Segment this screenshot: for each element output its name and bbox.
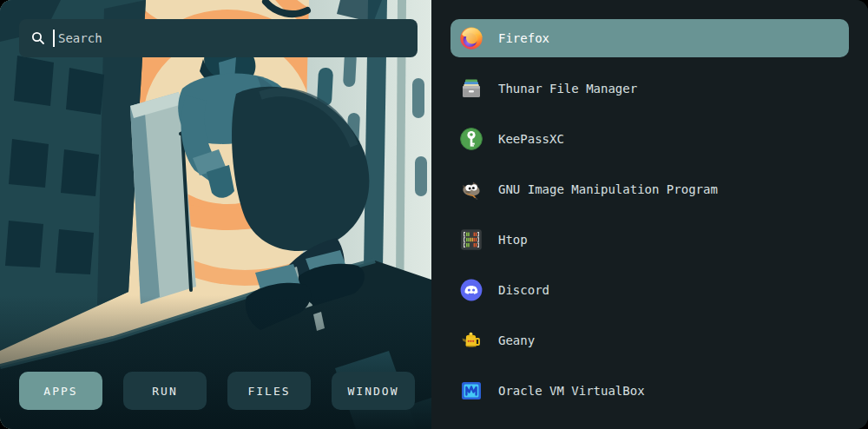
htop-icon xyxy=(459,228,483,252)
firefox-icon xyxy=(459,26,483,50)
app-row-virtualbox[interactable]: Oracle VM VirtualBox xyxy=(450,372,849,410)
tab-window[interactable]: WINDOW xyxy=(332,372,415,410)
search-placeholder: Search xyxy=(58,31,102,45)
text-caret xyxy=(53,30,55,47)
app-row-thunar[interactable]: Thunar File Manager xyxy=(450,69,849,108)
geany-icon xyxy=(459,328,483,353)
app-label: Geany xyxy=(498,333,535,347)
app-row-gimp[interactable]: GNU Image Manipulation Program xyxy=(450,170,849,208)
wallpaper-panel: Search APPS RUN FILES WINDOW xyxy=(0,0,431,429)
discord-icon xyxy=(459,278,483,302)
tab-files[interactable]: FILES xyxy=(227,372,311,410)
tab-run[interactable]: RUN xyxy=(123,372,207,410)
category-tabs: APPS RUN FILES WINDOW xyxy=(19,372,415,410)
app-label: Discord xyxy=(498,283,549,297)
app-label: Htop xyxy=(498,233,528,247)
app-row-htop[interactable]: Htop xyxy=(450,221,849,259)
app-row-discord[interactable]: Discord xyxy=(450,271,849,309)
search-icon xyxy=(31,31,45,45)
launcher-window: Search APPS RUN FILES WINDOW xyxy=(0,0,868,429)
app-row-firefox[interactable]: Firefox xyxy=(450,19,849,57)
virtualbox-icon xyxy=(459,379,483,403)
keepassxc-icon xyxy=(459,127,483,151)
app-row-keepassxc[interactable]: KeePassXC xyxy=(450,120,849,158)
app-label: Firefox xyxy=(498,31,549,45)
app-label: GNU Image Manipulation Program xyxy=(498,182,718,196)
app-label: Thunar File Manager xyxy=(498,82,637,96)
gimp-icon xyxy=(459,177,483,201)
app-label: KeePassXC xyxy=(498,132,564,146)
app-label: Oracle VM VirtualBox xyxy=(498,384,645,398)
app-row-geany[interactable]: Geany xyxy=(450,321,849,360)
wallpaper-illustration xyxy=(0,0,431,429)
search-input[interactable]: Search xyxy=(19,19,418,57)
thunar-icon xyxy=(459,76,483,101)
app-results-list: Firefox Thunar File Manager xyxy=(431,0,868,429)
tab-apps[interactable]: APPS xyxy=(19,372,102,410)
